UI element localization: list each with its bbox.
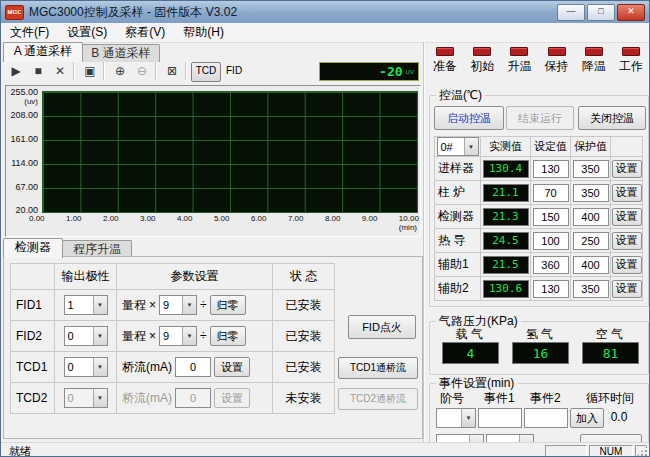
stage-select[interactable]: ▼ — [436, 408, 476, 428]
chart-area: 255.00 (uv) 208.00 161.00 114.00 67.00 2… — [5, 85, 421, 237]
clear-icon[interactable]: ✕ — [49, 61, 71, 81]
led-icon — [436, 47, 454, 56]
menu-file[interactable]: 文件(F) — [1, 22, 58, 43]
chevron-down-icon: ▼ — [93, 389, 107, 407]
chevron-down-icon: ▼ — [93, 327, 107, 345]
detector-row-label: FID1 — [11, 290, 55, 321]
protect-input[interactable]: 350 — [573, 280, 609, 298]
zone-label: 进样器 — [435, 157, 481, 181]
polarity-select[interactable]: 1 ▼ — [64, 295, 108, 315]
setpoint-input[interactable]: 150 — [533, 208, 569, 226]
range-select[interactable]: 9 ▼ — [159, 326, 197, 346]
setpoint-input[interactable]: 70 — [533, 184, 569, 202]
status-initial: 初始 — [466, 47, 498, 75]
tab-detector[interactable]: 检测器 — [3, 238, 63, 258]
maximize-button[interactable]: □ — [587, 4, 615, 21]
paste-icon[interactable]: ▣ — [79, 61, 101, 81]
polarity-select[interactable]: 0 ▼ — [64, 326, 108, 346]
menu-view[interactable]: 察看(V) — [116, 22, 174, 43]
tab-channel-b[interactable]: B 通道采样 — [82, 44, 160, 62]
range-select[interactable]: 9 ▼ — [159, 295, 197, 315]
setpoint-input[interactable]: 360 — [533, 256, 569, 274]
divide-sign: ÷ — [200, 298, 207, 312]
bridge-current-input[interactable]: 0 — [175, 357, 211, 377]
set-button[interactable]: 设置 — [612, 160, 642, 178]
setpoint-input[interactable]: 130 — [533, 280, 569, 298]
set-button[interactable]: 设置 — [214, 388, 250, 408]
set-button[interactable]: 设置 — [612, 280, 642, 298]
cycle-time-label: 循环时间 — [586, 390, 634, 407]
cycle-time-value: 0.0 — [596, 410, 642, 424]
x-axis-tick: 0.00 — [29, 214, 45, 223]
air-label: 空 气 — [582, 326, 637, 343]
header-empty — [611, 137, 643, 157]
x-axis-unit: (min) — [399, 223, 417, 232]
app-icon: MGC — [5, 5, 24, 20]
temp-control-title: 控温(℃) — [436, 88, 485, 102]
start-temp-button[interactable]: 启动控温 — [434, 106, 504, 130]
detector-header-empty — [11, 264, 55, 290]
status-hold: 保持 — [541, 47, 573, 75]
range-label: 量程 — [122, 297, 146, 314]
polarity-select[interactable]: 0 ▼ — [64, 357, 108, 377]
zero-button[interactable]: 归零 — [210, 295, 246, 315]
close-button[interactable]: ✕ — [617, 4, 645, 21]
led-icon — [548, 47, 566, 56]
detector-header-status: 状 态 — [273, 264, 335, 290]
zero-button[interactable]: 归零 — [210, 326, 246, 346]
signal-unit: uv — [406, 67, 414, 76]
setpoint-input[interactable]: 130 — [533, 160, 569, 178]
zone-label: 热 导 — [435, 229, 481, 253]
x-axis-tick: 2.00 — [103, 214, 119, 223]
minimize-button[interactable]: — — [557, 4, 585, 21]
carrier-gas-label: 载 气 — [442, 326, 497, 343]
set-button[interactable]: 设置 — [612, 232, 642, 250]
play-icon[interactable]: ▶ — [5, 61, 27, 81]
chart-plot — [42, 91, 418, 213]
set-button[interactable]: 设置 — [612, 256, 642, 274]
install-status: 未安装 — [273, 383, 335, 414]
led-icon — [585, 47, 603, 56]
tcd2-bridge-button[interactable]: TCD2通桥流 — [338, 388, 418, 410]
protect-input[interactable]: 400 — [573, 256, 609, 274]
end-run-button[interactable]: 结束运行 — [506, 106, 574, 130]
fid-toggle-label[interactable]: FID — [226, 62, 242, 80]
hydrogen-label: 氢 气 — [512, 326, 567, 343]
status-ready-text: 就绪 — [9, 444, 31, 457]
protect-input[interactable]: 350 — [573, 160, 609, 178]
stop-icon[interactable]: ■ — [27, 61, 49, 81]
set-button[interactable]: 设置 — [612, 208, 642, 226]
bridge-current-label: 桥流(mA) — [122, 390, 172, 407]
event1-input[interactable] — [478, 408, 522, 428]
led-icon — [510, 47, 528, 56]
temp-table: 0# ▼ 实测值 设定值 保护值 进样器 130.4 130 350 设置 柱 … — [434, 136, 643, 301]
set-button[interactable]: 设置 — [612, 184, 642, 202]
polarity-select[interactable]: 0 ▼ — [64, 388, 108, 408]
detector-row-label: FID2 — [11, 321, 55, 352]
event2-input[interactable] — [524, 408, 568, 428]
detector-row-label: TCD1 — [11, 352, 55, 383]
tab-channel-a[interactable]: A 通道采样 — [3, 42, 83, 62]
protect-input[interactable]: 400 — [573, 208, 609, 226]
menu-help[interactable]: 帮助(H) — [174, 22, 233, 43]
fid-ignite-button[interactable]: FID点火 — [348, 315, 416, 339]
protect-input[interactable]: 250 — [573, 232, 609, 250]
close-temp-button[interactable]: 关闭控温 — [578, 106, 646, 130]
protect-input[interactable]: 350 — [573, 184, 609, 202]
actual-lcd: 130.4 — [483, 160, 529, 178]
set-button[interactable]: 设置 — [214, 357, 250, 377]
zoom-in-icon[interactable]: ⊕ — [109, 61, 131, 81]
actual-lcd: 130.6 — [483, 280, 529, 298]
y-axis-unit: (uv) — [6, 97, 38, 106]
tcd1-bridge-button[interactable]: TCD1通桥流 — [338, 357, 418, 379]
overlay-icon[interactable]: ⊠ — [161, 61, 183, 81]
setpoint-input[interactable]: 100 — [533, 232, 569, 250]
zoom-out-icon[interactable]: ⊖ — [131, 61, 153, 81]
bridge-current-input[interactable]: 0 — [175, 388, 211, 408]
menu-settings[interactable]: 设置(S) — [58, 22, 116, 43]
toolbar-separator — [155, 62, 157, 80]
divide-sign: ÷ — [200, 329, 207, 343]
toolbar-separator — [73, 62, 75, 80]
zone-select[interactable]: 0# ▼ — [437, 137, 479, 156]
tcd-toggle-button[interactable]: TCD — [191, 62, 221, 82]
